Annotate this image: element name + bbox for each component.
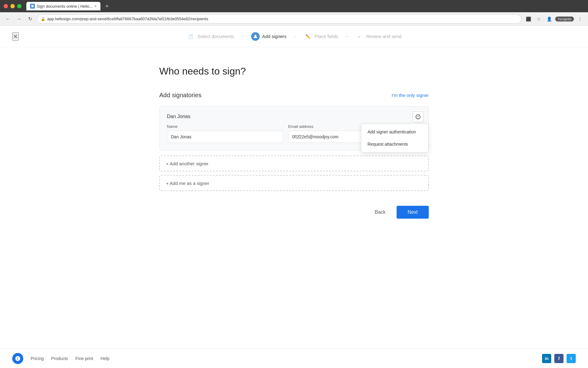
twitter-icon: t [571,356,572,361]
window-close-dot[interactable] [4,4,8,8]
next-button[interactable]: Next [397,206,429,219]
section-title: Add signatories [159,92,202,99]
name-input[interactable] [167,131,283,143]
browser-chrome: Sign documents online | Hello... × + ← →… [0,0,588,26]
app-header: ✕ 📄 Select documents → Add signers → [0,26,588,47]
reload-button[interactable]: ↻ [26,15,34,23]
add-signer-auth-item[interactable]: Add signer authentication [361,126,428,138]
account-icon[interactable]: 👤 [545,15,553,23]
twitter-button[interactable]: t [567,354,576,363]
only-signer-link[interactable]: I'm the only signer [392,93,429,98]
footer-links: Pricing Products Fine print Help [31,356,109,361]
footer-social: in f t [542,354,576,363]
cast-icon[interactable]: ⬛ [524,15,533,23]
place-fields-label: Place fields [315,34,338,39]
window-maximize-dot[interactable] [17,4,21,8]
signer-card: Dan Jonas Name Email address [159,106,429,151]
window-minimize-dot[interactable] [10,4,15,8]
select-documents-icon: 📄 [187,32,195,41]
add-signers-icon [251,32,260,41]
app-container: ✕ 📄 Select documents → Add signers → [0,26,588,368]
hellosign-logo [12,353,23,364]
wizard-step-review-send[interactable]: ✓ Review and send [350,30,406,43]
bookmark-icon[interactable]: ☆ [534,15,543,23]
signer-options-dropdown: Add signer authentication Request attach… [361,124,428,152]
new-tab-button[interactable]: + [105,3,109,10]
menu-icon[interactable]: ⋮ [576,15,584,23]
request-attachments-item[interactable]: Request attachments [361,138,428,150]
select-documents-label: Select documents [198,34,234,39]
wizard-steps: 📄 Select documents → Add signers → ✏️ Pl… [182,30,406,43]
toolbar-icons: ⬛ ☆ 👤 Incognito ⋮ [524,15,584,23]
add-me-as-signer-label: + Add me as a signer [166,181,209,186]
place-fields-icon: ✏️ [303,32,312,41]
section-header: Add signatories I'm the only signer [159,92,429,99]
page-title: Who needs to sign? [159,66,429,77]
browser-toolbar: ← → ↻ 🔒 app.hellosign.com/prep-and-send/… [0,12,588,26]
action-bar: Back Next [159,206,429,219]
footer-products-link[interactable]: Products [51,356,68,361]
name-label: Name [167,124,283,129]
add-another-signer-label: + Add another signer [166,161,209,166]
tab-favicon [30,4,35,9]
address-bar[interactable]: 🔒 app.hellosign.com/prep-and-send/6ce6ff… [37,14,522,24]
svg-point-0 [31,5,34,7]
tab-close-button[interactable]: × [95,4,97,8]
lock-icon: 🔒 [41,17,45,21]
add-another-signer-button[interactable]: + Add another signer [159,155,429,171]
linkedin-icon: in [545,356,548,361]
back-nav-button[interactable]: ← [4,15,12,23]
incognito-badge: Incognito [555,17,574,21]
facebook-icon: f [558,356,560,361]
signer-options-button[interactable] [413,111,424,122]
back-button[interactable]: Back [369,206,392,218]
app-footer: Pricing Products Fine print Help in f t [0,348,588,368]
wizard-arrow-3: → [344,34,349,39]
close-button[interactable]: ✕ [12,32,19,41]
add-signers-label: Add signers [262,34,286,39]
wizard-arrow-1: → [240,34,245,39]
add-me-as-signer-button[interactable]: + Add me as a signer [159,175,429,191]
wizard-step-select-documents[interactable]: 📄 Select documents [182,30,239,43]
address-text: app.hellosign.com/prep-and-send/6ce6ffa8… [47,17,208,21]
signer-name-header: Dan Jonas [167,114,421,119]
footer-help-link[interactable]: Help [100,356,109,361]
linkedin-button[interactable]: in [542,354,551,363]
footer-pricing-link[interactable]: Pricing [31,356,44,361]
review-send-label: Review and send [366,34,401,39]
wizard-arrow-2: → [292,34,297,39]
review-send-icon: ✓ [355,32,364,41]
facebook-button[interactable]: f [554,354,564,363]
wizard-step-place-fields[interactable]: ✏️ Place fields [299,30,343,43]
wizard-step-add-signers[interactable]: Add signers [246,30,291,43]
forward-nav-button[interactable]: → [15,15,23,23]
browser-titlebar: Sign documents online | Hello... × + [0,0,588,12]
name-field-group: Name [167,124,283,143]
browser-tab[interactable]: Sign documents online | Hello... × [26,2,100,10]
footer-fine-print-link[interactable]: Fine print [75,356,93,361]
main-content: Who needs to sign? Add signatories I'm t… [147,47,441,237]
tab-title: Sign documents online | Hello... [37,4,93,9]
